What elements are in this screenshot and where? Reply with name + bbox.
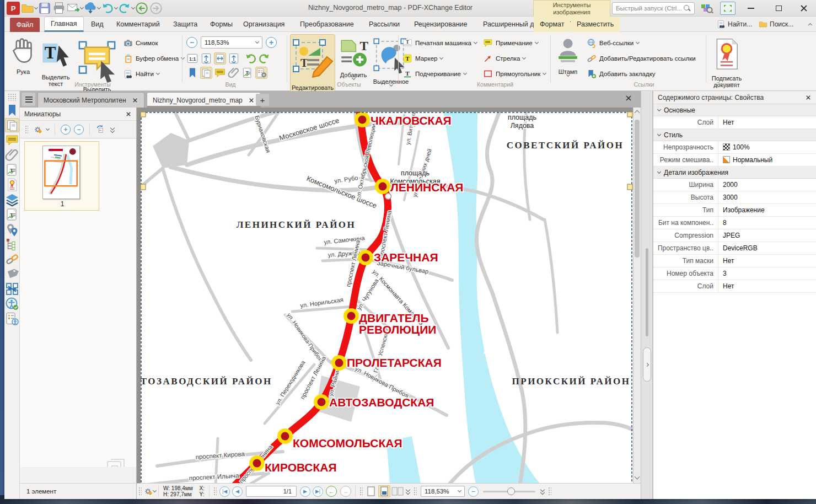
fit-width-button[interactable] <box>214 52 226 65</box>
rail-thumbnails-icon[interactable] <box>5 118 19 132</box>
stamp-button[interactable]: Штамп <box>554 34 582 76</box>
menu-преобразование[interactable]: Преобразование <box>294 17 360 32</box>
find-button[interactable]: Найти... <box>717 18 752 31</box>
statusbar-zoom-combo[interactable]: 118,53% <box>421 486 465 497</box>
hand-tool-button[interactable]: Рука <box>9 34 37 75</box>
rail-content-icon[interactable]: T <box>5 207 19 222</box>
view-back-button[interactable]: ← <box>326 486 337 497</box>
rotate-ccw-button[interactable] <box>245 52 257 65</box>
menu-вид[interactable]: Вид <box>85 17 110 32</box>
zoom-slider[interactable] <box>483 491 535 492</box>
rotate-page-icon[interactable]: 90 <box>95 125 105 135</box>
save-button[interactable] <box>37 2 52 15</box>
new-tab-button[interactable]: + <box>256 94 269 106</box>
note-button[interactable]: Примечание <box>483 36 538 50</box>
panel-splitter[interactable] <box>641 91 653 499</box>
typewriter-button[interactable]: TПечатная машинка <box>402 36 477 50</box>
actual-size-button[interactable]: 1:1 <box>186 52 198 65</box>
last-page-button[interactable]: ▶| <box>313 486 323 497</box>
thumbnail-selection[interactable]: 1 <box>24 141 99 211</box>
close-button[interactable] <box>792 0 816 16</box>
rotate-cw-button[interactable] <box>258 52 270 65</box>
first-page-button[interactable]: |◀ <box>219 486 230 497</box>
rail-order-icon[interactable] <box>5 282 19 296</box>
zoom-out-slider-button[interactable]: − <box>468 486 479 497</box>
zoom-level-combo[interactable]: 118,53% <box>201 36 262 49</box>
thumbnails-more-icon[interactable] <box>110 127 115 132</box>
property-value[interactable]: 100% <box>718 141 816 153</box>
vertical-scrollbar[interactable] <box>633 108 641 483</box>
property-value[interactable]: Нет <box>718 280 816 292</box>
thumbnails-canvas[interactable]: 1 <box>20 139 136 467</box>
quick-launch-input[interactable] <box>612 2 695 14</box>
rail-accessibility-check-icon[interactable] <box>5 312 19 326</box>
rail-grip[interactable] <box>8 93 16 101</box>
rail-comments-icon[interactable] <box>5 133 19 147</box>
redo-button[interactable] <box>117 2 132 15</box>
statusbar-options-dropdown[interactable] <box>153 489 157 492</box>
marker-button[interactable]: TМаркер <box>402 52 443 65</box>
rail-bookmarks-icon[interactable] <box>5 103 19 117</box>
tab-list-icon[interactable] <box>22 93 35 106</box>
property-value[interactable]: Изображение <box>718 204 816 216</box>
collapse-panel-button[interactable] <box>643 347 651 382</box>
scrollbar-thumb[interactable] <box>635 120 640 258</box>
menu-рассылки[interactable]: Рассылки <box>363 17 406 32</box>
thumbnail-zoom-out-button[interactable]: − <box>74 125 84 135</box>
fullscreen-button[interactable] <box>720 2 736 15</box>
doc-tab[interactable]: Nizhny_Novgorod_metro_map <box>147 92 261 108</box>
doc-tab-close-icon[interactable] <box>133 98 137 103</box>
document-area[interactable]: БурнаковскаяМосковское шоссеул. Октябрьс… <box>137 108 641 483</box>
properties-pane-button[interactable] <box>255 67 267 79</box>
thumbnail-zoom-in-button[interactable]: + <box>61 125 71 135</box>
menu-защита[interactable]: Защита <box>167 17 203 32</box>
rail-destinations-icon[interactable] <box>5 222 19 237</box>
selection-handle-tl[interactable] <box>141 112 146 117</box>
thumbnails-options-icon[interactable] <box>33 125 43 135</box>
rail-tags-icon[interactable] <box>5 267 19 281</box>
layout-more-icon[interactable] <box>406 489 410 494</box>
menu-организация[interactable]: Организация <box>237 17 291 32</box>
email-button[interactable] <box>66 2 80 15</box>
property-value[interactable]: JPEG <box>718 229 816 242</box>
web-links-button[interactable]: Веб-ссылки <box>587 36 639 50</box>
zoom-in-button[interactable]: + <box>266 37 277 48</box>
close-document-button[interactable] <box>625 95 632 101</box>
page-indicator[interactable]: 1/1 <box>246 486 297 497</box>
menu-file[interactable]: Файл <box>10 18 40 32</box>
rail-structure-icon[interactable] <box>5 237 19 251</box>
properties-close-icon[interactable] <box>806 95 810 100</box>
ribbon-find-button[interactable]: Найти <box>124 67 159 81</box>
doc-tab[interactable]: Московский Метрополитен <box>37 92 144 108</box>
thumbnails-close-icon[interactable] <box>126 112 131 116</box>
zoom-more-icon[interactable] <box>540 489 545 494</box>
prev-page-button[interactable]: ◀ <box>232 486 243 497</box>
statusbar-options-icon[interactable] <box>143 486 153 496</box>
rail-layers-icon[interactable] <box>5 192 19 207</box>
fit-visible-button[interactable] <box>228 52 240 65</box>
property-section-header[interactable]: Детали изображения <box>653 167 816 179</box>
select-comments-button[interactable]: Выделить комментарии <box>74 34 120 99</box>
clipboard-button[interactable]: Буфер обмена <box>124 52 184 65</box>
page-thumbnail[interactable] <box>42 146 80 199</box>
menu-contextual-разместить[interactable]: Разместить <box>571 17 620 32</box>
open-file-button[interactable] <box>20 2 35 15</box>
property-value[interactable]: 3000 <box>718 191 816 203</box>
next-page-button[interactable]: ▶ <box>300 486 310 497</box>
continuous-layout-icon[interactable] <box>378 485 390 497</box>
bookmarks-pane-button[interactable] <box>186 67 198 79</box>
thumbnails-pane-button[interactable] <box>200 67 212 79</box>
snapshot-button[interactable]: Снимок <box>124 36 158 50</box>
menu-contextual-формат[interactable]: Формат <box>534 17 570 32</box>
rail-links-icon[interactable] <box>5 252 19 266</box>
rail-attachments-icon[interactable] <box>5 148 19 162</box>
underline-button[interactable]: TПодчеркивание <box>402 67 466 81</box>
comments-pane-button[interactable] <box>214 67 226 79</box>
view-forward-button[interactable]: → <box>340 486 351 497</box>
property-value[interactable]: 8 <box>718 217 816 229</box>
nav-back-button[interactable] <box>135 2 149 15</box>
content-pane-button[interactable]: T <box>241 67 254 79</box>
nav-forward-button[interactable] <box>149 2 163 15</box>
menu-формы[interactable]: Формы <box>204 17 239 32</box>
rail-accessibility-icon[interactable] <box>5 297 19 311</box>
